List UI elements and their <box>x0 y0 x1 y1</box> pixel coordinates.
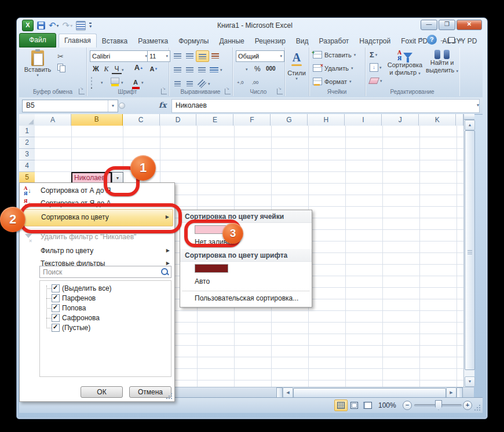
insert-function-icon[interactable]: fx <box>159 101 166 109</box>
vscroll-thumb[interactable] <box>465 130 475 370</box>
tab-data[interactable]: Данные <box>214 35 249 47</box>
tab-developer[interactable]: Разработ <box>314 35 355 47</box>
underline-button[interactable]: Ч <box>112 64 122 74</box>
tab-home[interactable]: Главная <box>59 34 97 47</box>
row-header-2[interactable]: 2 <box>19 137 35 149</box>
save-icon[interactable] <box>37 21 45 30</box>
close-button[interactable]: ✕ <box>456 20 482 30</box>
tab-insert[interactable]: Вставка <box>97 35 133 47</box>
fill-color-button[interactable] <box>111 78 119 86</box>
scroll-down-icon[interactable]: ▼ <box>465 376 475 387</box>
custom-sort-option[interactable]: Пользовательская сортировка... <box>195 292 298 304</box>
shrink-font-button[interactable]: А▼ <box>149 64 159 74</box>
align-left-button[interactable] <box>171 64 184 75</box>
column-header-e[interactable]: E <box>196 114 233 126</box>
help-icon[interactable] <box>427 35 437 45</box>
zoom-level[interactable]: 100% <box>378 401 396 409</box>
column-header-h[interactable]: H <box>308 114 345 126</box>
orientation-button[interactable] <box>196 78 208 89</box>
vscroll-split-box[interactable] <box>464 114 474 120</box>
menu-item-sort-az[interactable]: АЯ↓ Сортировка от А до Я <box>20 184 174 197</box>
vertical-scrollbar[interactable]: ▲ ▼ <box>463 114 474 387</box>
alignment-dialog-launcher-icon[interactable] <box>225 89 231 94</box>
expand-formula-bar-icon[interactable]: ▾ <box>477 102 479 108</box>
chevron-down-icon[interactable]: ▼ <box>108 100 118 112</box>
align-middle-button[interactable] <box>184 50 196 61</box>
chevron-down-icon[interactable]: ▾ <box>122 68 124 72</box>
clear-button[interactable]: ▾ <box>370 78 382 84</box>
search-icon[interactable] <box>161 268 168 275</box>
checkbox-checked-icon[interactable] <box>52 324 60 332</box>
select-all-corner[interactable] <box>19 114 35 126</box>
align-right-button[interactable] <box>196 64 208 75</box>
dark-red-color-swatch[interactable] <box>195 264 228 273</box>
column-header-i[interactable]: I <box>345 114 382 126</box>
list-item[interactable]: (Выделить все) <box>40 284 171 293</box>
tab-page-layout[interactable]: Разметка <box>133 35 173 47</box>
ok-button[interactable]: ОК <box>81 386 123 398</box>
column-header-a[interactable]: A <box>35 114 71 126</box>
name-box[interactable]: B5 ▼ <box>22 100 118 112</box>
scroll-up-icon[interactable]: ▲ <box>465 120 475 130</box>
workbook-close-icon[interactable]: × <box>459 36 462 43</box>
grow-font-button[interactable]: А▲ <box>134 63 144 73</box>
hscroll-split-box-right[interactable] <box>456 387 463 398</box>
italic-button[interactable]: К <box>101 64 111 74</box>
increase-indent-button[interactable] <box>184 78 196 89</box>
list-item[interactable]: Сафронова <box>40 313 171 323</box>
autosum-button[interactable]: Σ▾ <box>370 50 377 59</box>
tab-formulas[interactable]: Формулы <box>173 35 214 47</box>
font-dialog-launcher-icon[interactable] <box>161 89 167 94</box>
column-header-c[interactable]: C <box>123 114 160 126</box>
restore-button[interactable]: ❐ <box>439 20 455 30</box>
tab-file[interactable]: Файл <box>19 33 56 47</box>
bold-button[interactable]: Ж <box>91 64 101 74</box>
zoom-out-button[interactable]: – <box>403 401 412 410</box>
chevron-down-icon[interactable]: ▾ <box>101 80 103 85</box>
tab-view[interactable]: Вид <box>291 35 314 47</box>
increase-decimal-button[interactable]: +,0 <box>237 80 243 85</box>
percent-button[interactable]: % <box>254 65 261 73</box>
checkbox-checked-icon[interactable] <box>52 294 60 302</box>
merge-center-button[interactable] <box>208 64 220 75</box>
row-header-1[interactable]: 1 <box>19 126 35 137</box>
menu-resize-grip[interactable] <box>166 393 173 400</box>
checkbox-checked-icon[interactable] <box>52 284 60 292</box>
cut-icon[interactable]: ✂ <box>57 52 64 61</box>
comma-style-button[interactable]: 000 <box>266 65 276 72</box>
row-header-4[interactable]: 4 <box>19 160 35 172</box>
row-header-3[interactable]: 3 <box>19 149 35 160</box>
collapse-ribbon-icon[interactable]: ^ <box>419 37 423 42</box>
column-header-j[interactable]: J <box>382 114 419 126</box>
scroll-right-icon[interactable]: ▶ <box>446 387 456 398</box>
font-size-combo[interactable]: 11▾ <box>147 50 170 62</box>
tab-addins[interactable]: Надстрой <box>354 35 396 47</box>
borders-button[interactable] <box>91 78 92 88</box>
undo-button[interactable]: ↶▾ <box>49 21 59 30</box>
column-header-g[interactable]: G <box>271 114 308 126</box>
scroll-left-icon[interactable]: ◀ <box>283 387 293 398</box>
sort-filter-button[interactable]: АЯ Сортировка и фильтр ▾ <box>386 50 424 77</box>
column-header-b[interactable]: B <box>71 114 123 127</box>
number-dialog-launcher-icon[interactable] <box>277 89 283 94</box>
hscroll-split-box[interactable] <box>276 387 283 398</box>
decrease-decimal-button[interactable]: ,00 <box>252 80 258 85</box>
decrease-indent-button[interactable] <box>171 78 184 89</box>
column-header-partial[interactable] <box>456 114 463 126</box>
font-color-button[interactable]: А <box>132 76 140 89</box>
menu-item-filter-by-color[interactable]: Фильтр по цвету ▶ <box>20 244 174 257</box>
zoom-in-button[interactable]: + <box>463 401 472 410</box>
resize-grip[interactable] <box>474 404 481 411</box>
clipboard-dialog-launcher-icon[interactable] <box>79 89 85 94</box>
find-select-button[interactable]: Найти и выделить ▾ <box>425 50 459 75</box>
customize-qat-icon[interactable]: ▾ <box>89 23 92 29</box>
zoom-slider-thumb[interactable] <box>435 400 442 410</box>
hscroll-thumb[interactable] <box>293 388 446 398</box>
tab-review[interactable]: Рецензир <box>250 35 291 47</box>
wrap-text-button[interactable] <box>209 50 221 61</box>
chevron-down-icon[interactable]: ▾ <box>208 82 210 89</box>
normal-view-button[interactable] <box>334 400 348 411</box>
list-item[interactable]: (Пустые) <box>40 323 171 332</box>
insert-cells-button[interactable]: + Вставить▾ <box>313 51 356 58</box>
workbook-minimize-icon[interactable]: – <box>441 36 444 43</box>
